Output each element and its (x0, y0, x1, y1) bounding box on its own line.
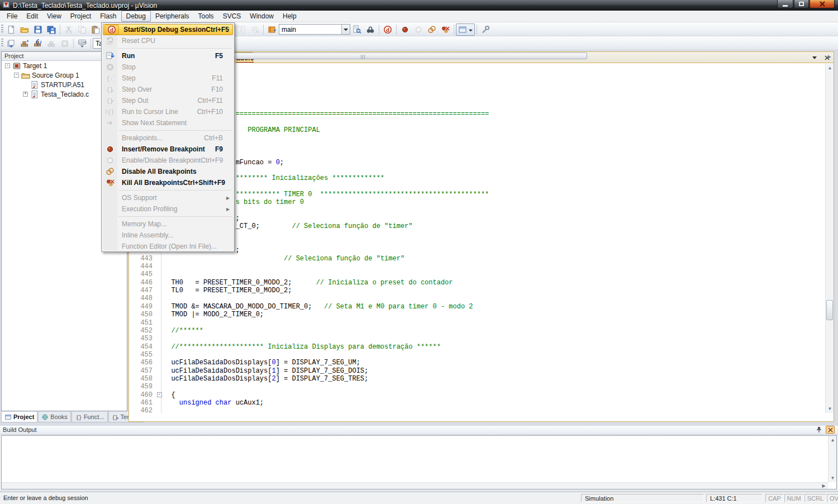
collapse-icon[interactable]: - (5, 63, 10, 68)
pin-icon[interactable] (815, 426, 823, 434)
code-line-455: 455 (129, 351, 163, 359)
fold-margin (157, 311, 163, 318)
editor-vertical-scrollbar[interactable]: ▲ ▼ (825, 64, 834, 413)
toolbar-separator (379, 25, 379, 35)
cursor-position: L:431 C:1 (706, 494, 762, 502)
translate-button[interactable] (4, 37, 18, 50)
folder-group-icon (21, 71, 30, 80)
line-number: 461 (129, 399, 157, 407)
build-output-content[interactable]: ▲ ▼ ▶ (1, 435, 837, 489)
combo-dropdown-icon[interactable] (341, 25, 350, 34)
tree-item-label: Target 1 (23, 62, 47, 70)
search-combo[interactable]: main (279, 24, 350, 35)
expand-icon[interactable]: + (23, 92, 28, 97)
batch-build-icon (47, 39, 56, 48)
menu-help[interactable]: Help (278, 11, 301, 22)
menu-debug[interactable]: Debug (121, 11, 151, 22)
menu-item-disable-all-breakpoints[interactable]: Disable All Breakpoints (102, 166, 234, 177)
fold-margin (157, 270, 163, 278)
collapse-icon[interactable]: - (14, 73, 19, 78)
menu-item-start-stop-debug-session[interactable]: dStart/Stop Debug SessionCtrl+F5 (103, 24, 233, 35)
fold-margin (157, 351, 163, 359)
menu-edit[interactable]: Edit (22, 11, 42, 22)
debug-d-button[interactable]: d (381, 23, 394, 36)
menu-item-label: Kill All Breakpoints (117, 179, 183, 187)
run-cursor-icon: {} (106, 107, 115, 116)
bp-red-button[interactable] (398, 23, 412, 36)
line-number: 446 (129, 279, 157, 287)
code-line-457: 457 ucFilaDeSaidaDosDisplays[1] = DISPLA… (129, 367, 368, 375)
menu-project[interactable]: Project (66, 11, 96, 22)
build-button[interactable] (18, 37, 31, 50)
code-text: TH0 = PRESET_TIMER_0_MODO_2; // Iniciali… (163, 279, 453, 287)
menu-view[interactable]: View (42, 11, 66, 22)
code-line-462: 462 (129, 407, 163, 413)
menu-item-insert-remove-breakpoint[interactable]: Insert/Remove BreakpointF9 (102, 144, 234, 155)
code-text: TMOD &= MASCARA_DO_MODO_DO_TIMER_0; // S… (163, 303, 473, 311)
build-output-vertical-scrollbar[interactable]: ▲ ▼ (828, 436, 836, 482)
build-output-title: Build Output (3, 426, 37, 433)
tree-item-label: Source Group 1 (32, 72, 79, 79)
build-icon (20, 39, 29, 48)
menu-flash[interactable]: Flash (96, 11, 121, 22)
save-button[interactable] (31, 23, 45, 36)
menu-tools[interactable]: Tools (194, 11, 218, 22)
build-output-horizontal-scrollbar[interactable]: ▶ (2, 482, 828, 489)
close-build-output-icon[interactable] (826, 426, 835, 434)
page-find-button[interactable] (350, 23, 364, 36)
maximize-button[interactable] (794, 0, 809, 8)
minimize-button[interactable] (777, 0, 793, 8)
fold-margin (157, 399, 163, 407)
panel-tab-label: Project (13, 413, 34, 420)
copy-button (75, 23, 89, 36)
menu-svcs[interactable]: SVCS (218, 11, 246, 22)
save-all-icon (47, 25, 56, 34)
load-button[interactable]: LOAD (75, 37, 89, 50)
win-layout-button[interactable] (456, 23, 475, 36)
book-folder-button[interactable] (265, 23, 279, 36)
menu-item-run[interactable]: RunF5 (102, 50, 234, 61)
menu-item-kill-all-breakpoints[interactable]: Kill All BreakpointsCtrl+Shift+F9 (102, 177, 234, 188)
menu-item-function-editor-open-ini-file: Function Editor (Open Ini File)... (102, 241, 234, 252)
menu-file[interactable]: File (2, 11, 22, 22)
binoculars-button[interactable] (364, 23, 377, 36)
menu-peripherals[interactable]: Peripherals (151, 11, 194, 22)
fold-margin (157, 383, 163, 391)
svg-text:d: d (110, 27, 113, 33)
fold-margin (157, 335, 163, 343)
tab-list-dropdown-icon[interactable] (810, 54, 819, 61)
file-doc-icon (30, 90, 39, 99)
panel-tab-funct[interactable]: {}Funct... (72, 412, 108, 422)
bp-kill-button[interactable] (439, 23, 452, 36)
menu-window[interactable]: Window (245, 11, 278, 22)
wrench-button[interactable] (479, 23, 492, 36)
fold-collapse-icon[interactable]: - (157, 391, 163, 399)
svg-text:{·}: {·} (107, 76, 115, 82)
code-text: { (163, 391, 175, 399)
fold-margin (157, 367, 163, 375)
menu-item-shortcut: Ctrl+B (204, 134, 226, 142)
line-number: 454 (129, 343, 157, 351)
line-number: 459 (129, 383, 157, 391)
panel-tab-books[interactable]: Books (38, 412, 71, 422)
status-flag-ovr: OVR (827, 494, 838, 502)
menu-item-shortcut: Ctrl+F9 (201, 156, 226, 164)
code-text: TMOD |= MODO_2_TIMER_0; (163, 311, 264, 318)
wrench-icon (481, 25, 490, 34)
rst-icon: RST (106, 36, 115, 45)
new-file-button[interactable] (4, 23, 18, 36)
bp-disable-all-button[interactable] (425, 23, 439, 36)
panel-tab-bar: ProjectBooks{}Funct...{}Temp... (1, 412, 127, 423)
close-button[interactable] (810, 0, 835, 8)
open-folder-button[interactable] (18, 23, 31, 36)
dropdown-arrow-icon[interactable] (469, 26, 473, 34)
step-out-icon: {} (106, 96, 115, 105)
line-number: 444 (129, 263, 157, 270)
menu-item-label: Inline Assembly... (117, 231, 223, 239)
panel-tab-project[interactable]: Project (1, 412, 37, 422)
menu-separator (118, 48, 232, 49)
save-all-button[interactable] (45, 23, 58, 36)
menu-item-shortcut: Ctrl+F5 (206, 26, 232, 34)
rebuild-button[interactable] (31, 37, 45, 50)
paste-button[interactable] (89, 23, 102, 36)
